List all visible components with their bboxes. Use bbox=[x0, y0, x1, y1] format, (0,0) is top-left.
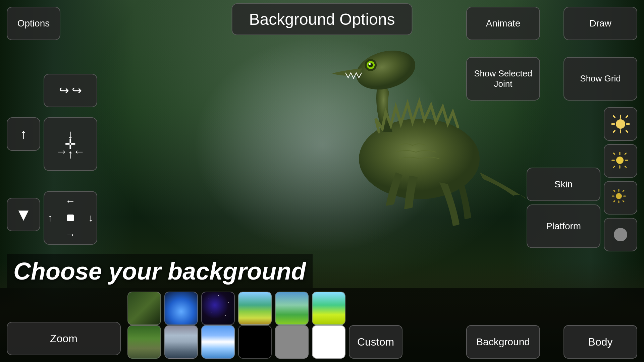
choose-bg-heading: Choose your background bbox=[7, 254, 313, 288]
move-down-button[interactable]: ▼ bbox=[7, 198, 40, 231]
move-pan-button[interactable]: ← → ↑ ↓ bbox=[44, 191, 97, 245]
sun-small-icon bbox=[610, 188, 631, 208]
thumb-white[interactable] bbox=[312, 325, 345, 359]
thumb-green-hills[interactable] bbox=[275, 292, 309, 325]
page-title-box: Background Options bbox=[232, 3, 413, 35]
animate-button[interactable]: Animate bbox=[466, 7, 540, 40]
show-selected-joint-button[interactable]: Show Selected Joint bbox=[466, 57, 540, 101]
zoom-button[interactable]: Zoom bbox=[7, 322, 121, 355]
thumb-yellow-green[interactable] bbox=[312, 292, 345, 325]
body-label-button[interactable]: Body bbox=[564, 325, 637, 359]
background-label-button[interactable]: Background bbox=[466, 325, 540, 359]
custom-button[interactable]: Custom bbox=[349, 325, 402, 359]
svg-point-5 bbox=[369, 63, 371, 65]
thumb-gray[interactable] bbox=[275, 325, 309, 359]
move-cross-button[interactable]: ✛ ↑ ↓ ← → bbox=[44, 117, 97, 171]
show-grid-button[interactable]: Show Grid bbox=[564, 57, 637, 101]
dino-display bbox=[299, 18, 533, 253]
options-button[interactable]: Options bbox=[7, 7, 60, 40]
down-arrow-icon: ▼ bbox=[15, 204, 32, 225]
platform-light-button[interactable] bbox=[604, 218, 637, 251]
cross-arrows-icon: ✛ ↑ ↓ ← → bbox=[44, 118, 97, 170]
light-control-3-button[interactable] bbox=[604, 181, 637, 215]
sun-medium-icon bbox=[610, 151, 631, 171]
background-thumbnails-row1 bbox=[127, 292, 345, 325]
move-up-button[interactable]: ↑ bbox=[7, 117, 40, 151]
draw-button[interactable]: Draw bbox=[564, 7, 637, 40]
rotate-button[interactable]: ↩ ↪ bbox=[44, 74, 97, 107]
skin-button[interactable]: Skin bbox=[527, 168, 600, 201]
thumb-blue-sky[interactable] bbox=[164, 292, 198, 325]
sun-large-icon bbox=[610, 114, 631, 134]
page-title: Background Options bbox=[249, 10, 395, 28]
pan-arrows-icon: ← → ↑ ↓ bbox=[44, 192, 97, 244]
thumb-forest[interactable] bbox=[127, 292, 161, 325]
platform-light-icon bbox=[614, 228, 627, 241]
thumb-clouds[interactable] bbox=[201, 325, 235, 359]
thumb-green-sky[interactable] bbox=[238, 292, 272, 325]
up-arrow-icon: ↑ bbox=[20, 126, 27, 142]
thumb-space[interactable] bbox=[201, 292, 235, 325]
thumb-waterfall[interactable] bbox=[127, 325, 161, 359]
page-title-container: Background Options bbox=[232, 3, 413, 35]
platform-button[interactable]: Platform bbox=[527, 204, 600, 248]
light-control-1-button[interactable] bbox=[604, 107, 637, 141]
rotate-arrows-icon: ↩ ↪ bbox=[59, 83, 82, 98]
svg-point-1 bbox=[352, 45, 420, 96]
light-control-2-button[interactable] bbox=[604, 144, 637, 178]
thumb-mountain[interactable] bbox=[164, 325, 198, 359]
background-thumbnails-row2: Custom bbox=[127, 325, 402, 359]
thumb-black[interactable] bbox=[238, 325, 272, 359]
